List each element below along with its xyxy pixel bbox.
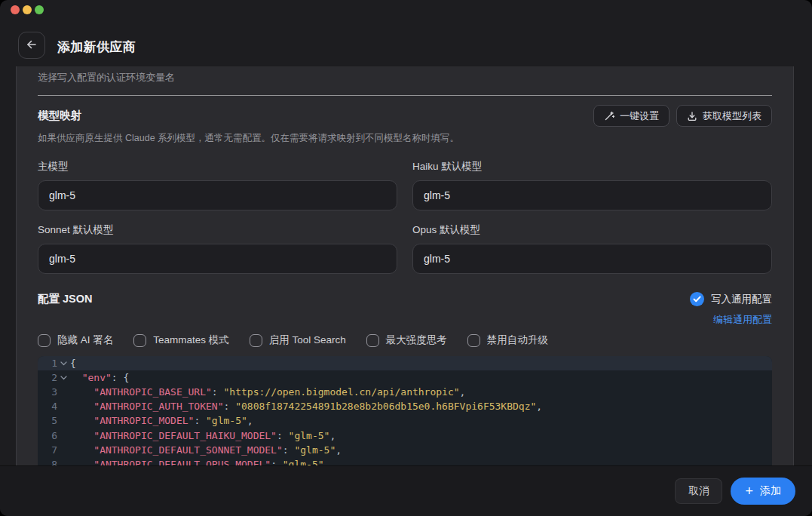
checkbox-unchecked-icon	[366, 334, 379, 347]
section-divider	[38, 95, 772, 96]
checkbox-unchecked-icon	[250, 334, 262, 347]
sonnet-model-input[interactable]	[38, 244, 397, 274]
model-fields-grid: 主模型Haiku 默认模型Sonnet 默认模型Opus 默认模型	[38, 160, 772, 274]
titlebar	[0, 0, 812, 21]
line-number: 6	[38, 430, 57, 441]
field-label: Haiku 默认模型	[412, 160, 772, 174]
code-line: 5 "ANTHROPIC_MODEL": "glm-5",	[38, 413, 772, 428]
config-json-editor[interactable]: 1{2 "env": {3 "ANTHROPIC_BASE_URL": "htt…	[38, 356, 772, 465]
line-number: 8	[38, 459, 57, 465]
field-label: Sonnet 默认模型	[38, 223, 397, 237]
code-line: 8 "ANTHROPIC_DEFAULT_OPUS_MODEL": "glm-5…	[38, 457, 772, 465]
json-editor-lines: 1{2 "env": {3 "ANTHROPIC_BASE_URL": "htt…	[38, 356, 772, 465]
add-button-label: 添加	[760, 484, 781, 498]
cancel-button[interactable]: 取消	[675, 478, 722, 504]
scroll-area[interactable]: 选择写入配置的认证环境变量名 模型映射 一键设置	[16, 66, 794, 465]
main-model-input[interactable]	[38, 180, 397, 210]
download-icon	[687, 111, 697, 121]
haiku-model-input[interactable]	[412, 180, 772, 210]
page-title: 添加新供应商	[57, 38, 136, 56]
option-checkbox-hide-ai-signature[interactable]: 隐藏 AI 署名	[38, 333, 113, 347]
minimize-window-button[interactable]	[23, 5, 32, 14]
option-checkbox-max-thinking[interactable]: 最大强度思考	[366, 333, 447, 347]
write-common-config-label: 写入通用配置	[711, 293, 772, 306]
option-checkbox-row: 隐藏 AI 署名Teammates 模式启用 Tool Search最大强度思考…	[38, 333, 772, 347]
option-checkbox-disable-auto-upgrade[interactable]: 禁用自动升级	[467, 333, 548, 347]
back-button[interactable]	[18, 32, 45, 59]
magic-wand-icon	[604, 111, 614, 121]
one-click-setup-label: 一键设置	[620, 109, 659, 123]
zoom-window-button[interactable]	[35, 5, 44, 14]
fold-chevron-icon[interactable]	[57, 376, 70, 380]
checkbox-label: 隐藏 AI 署名	[57, 333, 113, 347]
checkbox-label: 启用 Tool Search	[269, 333, 346, 347]
write-common-config-checkbox[interactable]: 写入通用配置	[690, 292, 772, 306]
option-checkbox-tool-search[interactable]: 启用 Tool Search	[250, 333, 346, 347]
fetch-model-list-button[interactable]: 获取模型列表	[676, 105, 772, 127]
line-number: 3	[38, 386, 57, 398]
code-line: 3 "ANTHROPIC_BASE_URL": "https://open.bi…	[38, 385, 772, 399]
model-mapping-title: 模型映射	[38, 109, 81, 123]
config-json-options: 写入通用配置 编辑通用配置	[690, 292, 772, 327]
code-line: 2 "env": {	[38, 370, 772, 385]
auth-env-helper-text: 选择写入配置的认证环境变量名	[38, 71, 772, 84]
model-field-opus-model: Opus 默认模型	[412, 223, 772, 274]
checkbox-checked-icon	[690, 292, 704, 306]
checkbox-label: Teammates 模式	[153, 333, 229, 347]
fetch-model-list-label: 获取模型列表	[703, 109, 761, 123]
checkbox-unchecked-icon	[38, 334, 51, 347]
line-number: 1	[38, 358, 57, 369]
one-click-setup-button[interactable]: 一键设置	[593, 105, 670, 127]
plus-icon: +	[745, 484, 753, 498]
line-number: 5	[38, 415, 57, 426]
app-window: 添加新供应商 选择写入配置的认证环境变量名 模型映射 一键设置	[0, 0, 812, 516]
line-number: 4	[38, 401, 57, 412]
field-label: 主模型	[38, 160, 397, 174]
model-mapping-actions: 一键设置 获取模型列表	[593, 105, 772, 127]
field-label: Opus 默认模型	[412, 223, 772, 237]
footer-bar: 取消 + 添加	[0, 465, 812, 516]
line-number: 7	[38, 444, 57, 456]
arrow-left-icon	[26, 38, 38, 53]
fold-chevron-icon[interactable]	[57, 361, 70, 366]
checkbox-unchecked-icon	[467, 334, 480, 347]
add-button[interactable]: + 添加	[731, 478, 795, 505]
code-line: 4 "ANTHROPIC_AUTH_TOKEN": "0808f18742254…	[38, 399, 772, 413]
code-line: 7 "ANTHROPIC_DEFAULT_SONNET_MODEL": "glm…	[38, 443, 772, 457]
model-field-main-model: 主模型	[38, 160, 397, 210]
code-line: 6 "ANTHROPIC_DEFAULT_HAIKU_MODEL": "glm-…	[38, 428, 772, 442]
edit-common-config-link[interactable]: 编辑通用配置	[713, 313, 772, 327]
model-field-sonnet-model: Sonnet 默认模型	[38, 223, 397, 274]
checkbox-unchecked-icon	[133, 334, 146, 347]
checkbox-label: 禁用自动升级	[487, 333, 548, 347]
code-line: 1{	[38, 356, 772, 370]
option-checkbox-teammates-mode[interactable]: Teammates 模式	[133, 333, 229, 347]
line-number: 2	[38, 372, 57, 383]
model-field-haiku-model: Haiku 默认模型	[412, 160, 772, 210]
close-window-button[interactable]	[11, 5, 20, 14]
config-json-title: 配置 JSON	[38, 292, 93, 306]
model-mapping-description: 如果供应商原生提供 Claude 系列模型，通常无需配置。仅在需要将请求映射到不…	[38, 132, 772, 145]
checkbox-label: 最大强度思考	[386, 333, 447, 347]
opus-model-input[interactable]	[412, 244, 772, 274]
